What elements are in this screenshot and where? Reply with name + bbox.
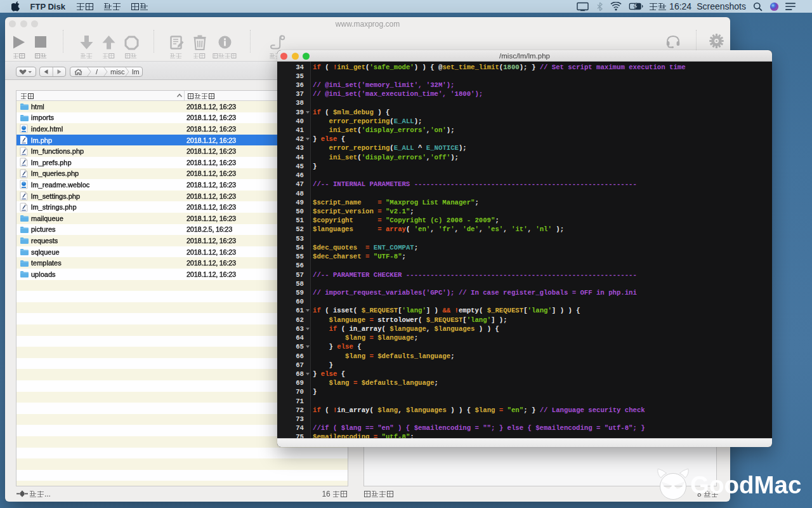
- svg-text:lm: lm: [132, 68, 140, 76]
- svg-text:/: /: [96, 68, 98, 76]
- svg-text:misc: misc: [110, 68, 125, 76]
- svg-text:GoodMac: GoodMac: [690, 471, 801, 498]
